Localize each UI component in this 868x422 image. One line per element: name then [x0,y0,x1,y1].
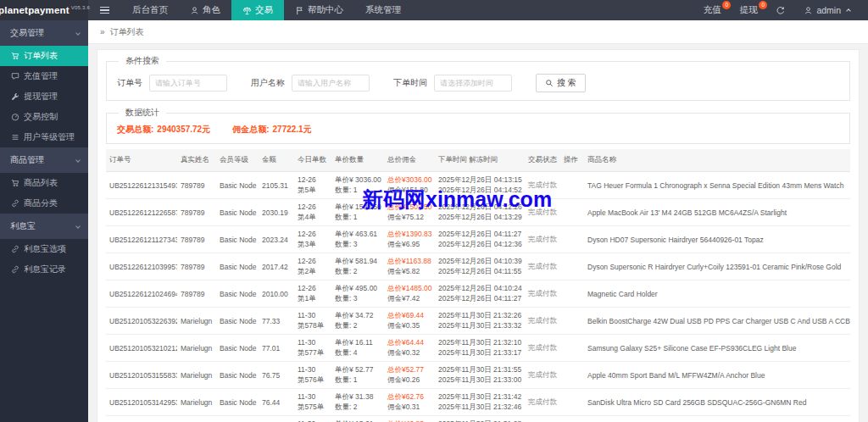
order-no-cell: UB2512261210246945 [106,280,177,308]
status-badge: 完成付款 [528,316,557,325]
product-name-cell: Apple 40mm Sport Band M/L MFFW4ZM/A Anch… [584,362,850,389]
column-header: 今日单数 [294,149,331,172]
page-title: 订单列表 [110,26,144,38]
nav-help-center[interactable]: 帮助中心 [284,0,354,20]
order-no-cell: UB2512010531558334 [106,362,177,389]
sidebar-item-withdraw-mgmt[interactable]: 提现管理 [0,86,88,107]
total-commission-cell: 总价¥40.83佣金¥0.20 [384,416,435,422]
table-row: UB2512261213154937 789789 Basic Node 210… [106,172,850,199]
sidebar-group-interest[interactable]: 利息宝 [0,214,88,239]
member-level-cell: Basic Node [216,226,259,253]
table-header-row: 订单号真实姓名会员等级金额今日单数单价数量总价佣金下单时间 解冻时间交易状态操作… [106,149,850,172]
real-name-cell: Marielugn [177,335,216,362]
order-no-cell: UB2512261212265871 [106,199,177,226]
column-header: 单价数量 [331,149,384,172]
order-no-input[interactable] [149,75,227,92]
daily-orders-cell: 11-30第574单 [294,416,331,422]
action-cell [560,280,584,308]
member-level-cell: Basic Node [216,308,259,335]
sidebar-group-trade[interactable]: 交易管理 [0,20,88,46]
username: admin [816,5,841,15]
daily-orders-cell: 12-26第1单 [294,280,331,308]
table-row: UB2512261212265871 789789 Basic Node 203… [106,199,850,226]
action-cell [560,416,584,422]
sidebar-item-trade-control[interactable]: 交易控制 [0,107,88,127]
amount-cell: 76.44 [259,389,294,416]
total-commission-cell: 总价¥69.44佣金¥0.35 [384,308,435,335]
status-cell: 完成付款 [525,280,560,308]
comment-icon [11,72,19,81]
sidebar-item-interest-options[interactable]: 利息宝选项 [0,239,88,259]
sidebar-group-products[interactable]: 商品管理 [0,147,88,173]
table-row: UB2512010532102125 Marielugn Basic Node … [106,335,850,362]
nav-system[interactable]: 系统管理 [354,0,412,20]
daily-orders-cell: 11-30第578单 [294,308,331,335]
status-badge: 完成付款 [528,235,557,243]
status-cell: 完成付款 [525,362,560,389]
daily-orders-cell: 12-26第5单 [294,172,331,199]
sidebar-item-recharge-mgmt[interactable]: 充值管理 [0,66,88,86]
table-row: UB2512261210246945 789789 Basic Node 201… [106,280,850,308]
total-commission-cell: 总价¥3036.00佣金¥151.80 [384,172,435,199]
real-name-cell: 789789 [177,280,216,308]
time-cell: 2025年11月30日 21:31:552025年11月30日 21:33:00 [435,362,525,389]
column-header: 交易状态 [525,149,560,172]
order-no-cell: UB2512010531429535 [106,389,177,416]
sidebar-item-product-category[interactable]: 商品分类 [0,193,88,214]
status-cell: 完成付款 [525,389,560,416]
chevron-down-icon [75,224,81,229]
nav-roles[interactable]: 角色 [179,0,231,20]
status-cell: 完成付款 [525,172,560,199]
breadcrumb: » 订单列表 [88,20,868,44]
menu-toggle-icon[interactable] [88,0,121,20]
unit-price-qty-cell: 单价¥ 581.94数量: 2 [331,253,384,280]
stats-panel: 数据统计 交易总额:2940357.72元 佣金总额:27722.1元 [106,107,850,144]
action-cell [560,172,584,199]
product-name-cell: Dyson Supersonic R Hairdryer Curly+Coily… [584,253,850,280]
column-header: 操作 [560,149,584,172]
sidebar-item-order-list[interactable]: 订单列表 [0,46,88,66]
flag-icon [295,6,304,15]
total-commission-cell: 总价¥62.76佣金¥0.31 [384,389,435,416]
status-badge: 完成付款 [528,208,557,216]
status-badge: 完成付款 [528,343,557,352]
action-cell [560,199,584,226]
time-cell: 2025年11月30日 21:31:282025年11月30日 21:32:33 [435,416,525,422]
unit-price-qty-cell: 单价¥ 1502.50数量: 1 [331,199,384,226]
withdraw-button[interactable]: 提现 0 [730,0,766,20]
sidebar-item-user-level-mgmt[interactable]: 用户等级管理 [0,127,88,147]
link-icon [11,199,19,208]
cart-icon [11,179,19,187]
amount-cell: 2023.24 [259,226,294,253]
link-icon [11,245,19,253]
time-cell: 2025年12月26日 04:12:262025年12月26日 04:13:29 [435,199,525,226]
table-row: UB2512010532263920 Marielugn Basic Node … [106,308,850,335]
total-transactions-stat: 交易总额:2940357.72元 [117,124,210,136]
member-level-cell: Basic Node [216,335,259,362]
action-cell [560,253,584,280]
user-menu[interactable]: admin [794,0,860,20]
sidebar-item-product-list[interactable]: 商品列表 [0,173,88,193]
sidebar-item-interest-records[interactable]: 利息宝记录 [0,259,88,280]
refresh-button[interactable] [766,0,794,20]
order-no-cell: UB2512010531283398 [106,416,177,422]
link-icon [11,265,19,274]
search-button[interactable]: 搜 索 [536,74,586,92]
username-input[interactable] [292,75,370,92]
status-cell: 完成付款 [525,335,560,362]
user-icon [190,6,199,15]
recharge-button[interactable]: 充值 0 [693,0,730,20]
time-cell: 2025年11月30日 21:32:262025年11月30日 21:33:32 [435,308,525,335]
product-name-cell: Belkin BoostCharge 42W Dual USB PD PPS C… [584,308,850,335]
status-badge: 完成付款 [528,289,557,297]
status-badge: 完成付款 [528,370,557,379]
sidebar: 交易管理 订单列表 充值管理 提现管理 交易控制 用户等级管理 商品管理 商品列… [0,20,88,422]
nav-trade[interactable]: 交易 [231,0,284,20]
amount-cell: 76.24 [259,416,294,422]
content-card: 条件搜索 订单号 用户名称 下单时间 搜 索 [97,49,860,422]
table-row: UB2512010531558334 Marielugn Basic Node … [106,362,850,389]
order-time-input[interactable] [434,75,512,92]
table-row: UB2512010531429535 Marielugn Basic Node … [106,389,850,416]
order-no-cell: UB2512261211273439 [106,226,177,253]
nav-home[interactable]: 后台首页 [121,0,179,20]
